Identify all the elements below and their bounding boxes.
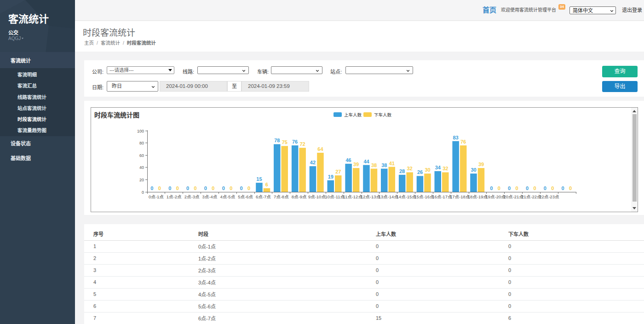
svg-text:上车人数: 上车人数 xyxy=(344,112,362,117)
svg-text:46: 46 xyxy=(345,157,351,163)
svg-text:10点-11点: 10点-11点 xyxy=(325,194,345,199)
svg-text:下车人数: 下车人数 xyxy=(374,112,392,117)
svg-text:0: 0 xyxy=(498,185,500,191)
svg-text:41: 41 xyxy=(389,161,395,166)
svg-text:4点-5点: 4点-5点 xyxy=(220,194,235,199)
svg-text:38: 38 xyxy=(381,162,387,168)
svg-text:39: 39 xyxy=(478,162,484,167)
svg-text:83: 83 xyxy=(453,135,458,140)
svg-text:0: 0 xyxy=(176,185,179,191)
svg-text:0: 0 xyxy=(516,185,518,191)
svg-text:78: 78 xyxy=(274,138,280,143)
svg-text:28: 28 xyxy=(399,168,405,174)
svg-text:0: 0 xyxy=(230,185,232,191)
svg-text:5点-6点: 5点-6点 xyxy=(238,194,253,199)
svg-text:42: 42 xyxy=(310,160,316,165)
svg-text:0: 0 xyxy=(158,185,161,191)
svg-text:20: 20 xyxy=(139,178,144,182)
svg-text:18点-19点: 18点-19点 xyxy=(468,194,488,199)
svg-text:16点-17点: 16点-17点 xyxy=(432,194,452,199)
svg-text:0: 0 xyxy=(551,185,554,191)
svg-text:0点-1点: 0点-1点 xyxy=(149,194,164,199)
svg-text:15: 15 xyxy=(256,176,262,182)
svg-text:26: 26 xyxy=(417,169,423,175)
svg-text:0: 0 xyxy=(247,185,250,191)
svg-text:0: 0 xyxy=(212,185,214,191)
svg-text:0: 0 xyxy=(168,185,171,191)
svg-text:13点-14点: 13点-14点 xyxy=(379,194,399,199)
svg-text:6点-7点: 6点-7点 xyxy=(256,194,271,199)
svg-text:0: 0 xyxy=(186,185,189,191)
svg-text:0: 0 xyxy=(508,185,511,191)
svg-text:8点-9点: 8点-9点 xyxy=(292,194,307,199)
svg-text:32: 32 xyxy=(407,166,412,171)
svg-text:40: 40 xyxy=(139,165,144,170)
svg-text:1点-2点: 1点-2点 xyxy=(167,194,182,199)
svg-text:7点-8点: 7点-8点 xyxy=(274,194,289,199)
svg-text:64: 64 xyxy=(317,146,323,152)
svg-text:76: 76 xyxy=(460,139,466,145)
svg-text:9点-10点: 9点-10点 xyxy=(308,194,326,199)
svg-text:34: 34 xyxy=(435,165,441,170)
svg-text:22点-23点: 22点-23点 xyxy=(539,194,559,199)
svg-text:19点-20点: 19点-20点 xyxy=(486,194,506,199)
svg-text:20点-21点: 20点-21点 xyxy=(503,194,523,199)
svg-text:3点-4点: 3点-4点 xyxy=(202,194,218,199)
svg-text:0: 0 xyxy=(490,185,493,191)
svg-text:0: 0 xyxy=(222,185,225,191)
svg-text:0: 0 xyxy=(150,185,153,191)
svg-text:38: 38 xyxy=(371,162,377,168)
svg-text:44: 44 xyxy=(363,159,369,164)
svg-text:14点-15点: 14点-15点 xyxy=(396,194,416,199)
svg-text:21点-22点: 21点-22点 xyxy=(521,194,541,199)
svg-text:0: 0 xyxy=(142,190,144,195)
svg-text:39: 39 xyxy=(353,162,359,167)
svg-text:19: 19 xyxy=(328,174,334,179)
svg-text:0: 0 xyxy=(562,185,564,191)
svg-text:0: 0 xyxy=(544,185,546,191)
svg-text:0: 0 xyxy=(194,185,197,191)
svg-text:60: 60 xyxy=(139,153,144,158)
svg-text:76: 76 xyxy=(292,139,298,145)
svg-text:72: 72 xyxy=(299,141,305,147)
svg-text:75: 75 xyxy=(282,139,288,145)
svg-text:2点-3点: 2点-3点 xyxy=(184,194,200,199)
svg-text:80: 80 xyxy=(139,141,144,145)
svg-text:27: 27 xyxy=(335,169,341,174)
svg-text:30: 30 xyxy=(471,167,476,173)
svg-text:0: 0 xyxy=(240,185,243,191)
svg-text:17点-18点: 17点-18点 xyxy=(450,194,470,199)
svg-text:15点-16点: 15点-16点 xyxy=(414,194,434,199)
svg-text:6: 6 xyxy=(265,182,268,187)
svg-text:30: 30 xyxy=(425,167,430,173)
svg-text:100: 100 xyxy=(137,129,144,133)
svg-text:0: 0 xyxy=(204,185,207,191)
svg-text:11点-12点: 11点-12点 xyxy=(343,194,362,199)
svg-text:32: 32 xyxy=(443,166,448,171)
svg-text:0: 0 xyxy=(526,185,529,191)
svg-text:12点-13点: 12点-13点 xyxy=(361,194,381,199)
svg-text:0: 0 xyxy=(569,185,572,191)
svg-text:0: 0 xyxy=(533,185,536,191)
